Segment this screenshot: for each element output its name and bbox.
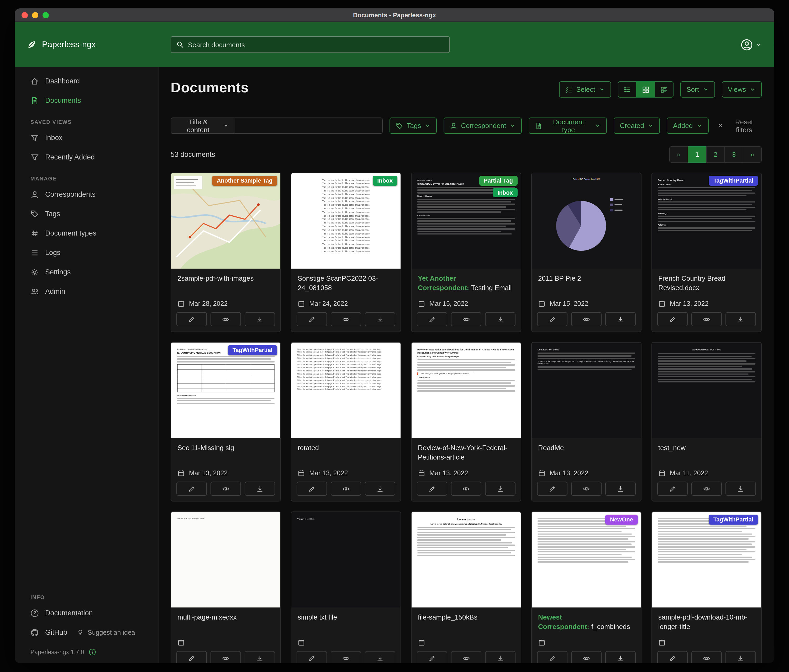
document-card[interactable]: Application for Medical Staff Membership… [171,342,281,502]
view-document-button[interactable] [451,651,481,663]
view-list-button[interactable] [618,81,637,97]
tags-filter-button[interactable]: Tags [389,118,437,134]
download-document-button[interactable] [365,482,395,496]
document-card[interactable]: French Country BreadFor the Leaven:Make … [652,173,762,332]
card-thumbnail[interactable]: Another Sample Tag [171,173,280,269]
card-thumbnail[interactable]: NewOne [532,512,641,607]
download-document-button[interactable] [725,482,756,496]
download-document-button[interactable] [485,312,516,326]
tag-badge[interactable]: Another Sample Tag [212,176,277,185]
correspondent-filter-button[interactable]: Correspondent [444,118,522,134]
sidebar-item-admin[interactable]: Admin [15,282,158,301]
document-card[interactable]: This is a multi page document. Page 1. m… [171,511,281,663]
brand[interactable]: Paperless-ngx [15,39,171,50]
edit-document-button[interactable] [537,312,567,326]
tag-badge[interactable]: Inbox [372,176,398,185]
edit-document-button[interactable] [417,312,447,326]
card-thumbnail[interactable]: This is a test file. [291,512,401,607]
document-card[interactable]: TagWithPartial sample-pdf-download-10-mb… [652,511,762,663]
tag-badge[interactable]: Inbox [493,188,517,197]
view-document-button[interactable] [571,651,602,663]
reset-filters-button[interactable]: Reset filters [717,118,762,134]
download-document-button[interactable] [725,651,756,663]
info-icon[interactable] [89,648,96,656]
card-thumbnail[interactable]: Application for Medical Staff Membership… [171,342,280,438]
suggest-idea-link[interactable]: Suggest an idea [77,629,135,636]
document-card[interactable]: Adobe Acrobat PDF Files test_new Mar 11,… [652,342,762,502]
document-title[interactable]: French Country Bread Revised.docx [658,274,755,293]
document-card[interactable]: Contact Sheet DemoTo run the script, dra… [531,342,642,502]
document-title[interactable]: Sec 11-Missing sig [177,443,274,463]
zoom-window-button[interactable] [43,12,49,18]
document-card[interactable]: Review of New York Federal Petitions for… [411,342,521,502]
view-document-button[interactable] [331,312,361,326]
card-thumbnail[interactable]: Lorem ipsumLorem ipsum dolor sit amet, c… [412,512,521,607]
edit-document-button[interactable] [176,651,207,663]
tag-badge[interactable]: Partial Tag [479,176,517,185]
download-document-button[interactable] [244,312,275,326]
document-card[interactable]: Another Sample Tag 2sample-pdf-with-imag… [171,173,281,332]
minimize-window-button[interactable] [32,12,38,18]
document-title[interactable]: test_new [658,443,755,463]
download-document-button[interactable] [605,312,636,326]
global-search[interactable] [171,36,450,53]
tag-badge[interactable]: NewOne [605,514,638,524]
edit-document-button[interactable] [176,482,207,496]
download-document-button[interactable] [485,651,516,663]
sidebar-item-documentation[interactable]: Documentation [15,603,158,623]
card-thumbnail[interactable]: Release NotesSimba ODBC Driver for SQL S… [412,173,521,269]
sidebar-item-document-types[interactable]: Document types [15,223,158,243]
edit-document-button[interactable] [537,482,567,496]
edit-document-button[interactable] [417,651,447,663]
download-document-button[interactable] [244,651,275,663]
edit-document-button[interactable] [176,312,207,326]
view-document-button[interactable] [692,482,722,496]
card-thumbnail[interactable]: This is a test for the double space char… [291,173,401,269]
view-document-button[interactable] [571,312,602,326]
edit-document-button[interactable] [417,482,447,496]
document-correspondent[interactable]: Yet Another Correspondent: [418,274,469,291]
document-title[interactable]: 2011 BP Pie 2 [538,274,635,293]
pagination-page-2[interactable]: 2 [706,147,725,162]
tag-badge[interactable]: TagWithPartial [709,176,758,185]
close-window-button[interactable] [22,12,28,18]
download-document-button[interactable] [485,482,516,496]
card-thumbnail[interactable]: Patient BP Distribution 2011 [532,173,641,269]
view-document-button[interactable] [211,312,241,326]
view-grid-button[interactable] [636,81,655,97]
card-thumbnail[interactable]: French Country BreadFor the Leaven:Make … [652,173,761,269]
view-document-button[interactable] [211,651,241,663]
document-card[interactable]: This is a test file. simple txt file [291,511,401,663]
card-thumbnail[interactable]: This is the text that appears on the fir… [291,342,401,438]
document-title[interactable]: multi-page-mixedxx [177,613,274,632]
sidebar-item-inbox[interactable]: Inbox [15,128,158,147]
card-thumbnail[interactable]: Review of New York Federal Petitions for… [412,342,521,438]
pagination-page-3[interactable]: 3 [724,147,743,162]
sidebar-item-tags[interactable]: Tags [15,204,158,223]
card-thumbnail[interactable]: Adobe Acrobat PDF Files [652,342,761,438]
document-card[interactable]: Lorem ipsumLorem ipsum dolor sit amet, c… [411,511,521,663]
search-input[interactable] [188,41,444,49]
document-title[interactable]: Yet Another Correspondent:Testing Email [418,274,514,293]
document-card[interactable]: Release NotesSimba ODBC Driver for SQL S… [411,173,521,332]
document-type-filter-button[interactable]: Document type [529,118,607,134]
edit-document-button[interactable] [537,651,567,663]
sidebar-item-documents[interactable]: Documents [15,91,158,110]
document-card[interactable]: Patient BP Distribution 2011 2011 BP Pie… [531,173,642,332]
sort-button[interactable]: Sort [680,81,715,97]
view-document-button[interactable] [331,482,361,496]
sidebar-item-correspondents[interactable]: Correspondents [15,185,158,204]
document-card[interactable]: This is the text that appears on the fir… [291,342,401,502]
added-filter-button[interactable]: Added [667,118,708,134]
title-content-dropdown[interactable]: Title & content [171,118,235,134]
select-button[interactable]: Select [559,81,611,97]
view-details-button[interactable] [654,81,673,97]
edit-document-button[interactable] [657,482,688,496]
edit-document-button[interactable] [657,312,688,326]
document-title[interactable]: Sonstige ScanPC2022 03-24_081058 [298,274,394,293]
view-document-button[interactable] [211,482,241,496]
document-card[interactable]: This is a test for the double space char… [291,173,401,332]
sidebar-item-settings[interactable]: Settings [15,262,158,282]
document-title[interactable]: Newest Correspondent:f_combineds [538,613,635,632]
view-document-button[interactable] [451,312,481,326]
